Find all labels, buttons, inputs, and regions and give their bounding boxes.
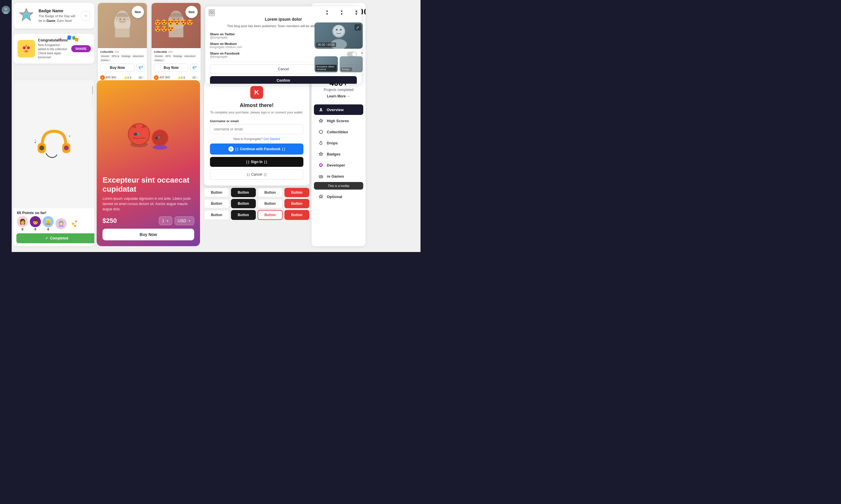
button-red-1[interactable]: Button [285, 188, 310, 197]
chevron-down-icon: ▼ [166, 219, 169, 222]
button-black-3[interactable]: Button [231, 210, 256, 220]
right-panel: 00:00:00:00 [312, 3, 366, 246]
completed-label: Completed [50, 236, 68, 240]
headphones-illustration: ♩ ♪ [34, 128, 74, 160]
svg-rect-24 [212, 13, 213, 14]
nav-item-high-scores[interactable]: High Scores [314, 115, 363, 126]
svg-point-52 [320, 108, 322, 110]
product-2-diamond-button[interactable]: 💎 [190, 64, 198, 72]
auth-logo: K [250, 86, 263, 99]
nav-item-optional[interactable]: Optional [314, 191, 363, 202]
nft-currency-selector[interactable]: USD ▼ [175, 216, 194, 225]
avatar-item-3: 👱 0 [42, 216, 54, 231]
modal-confirm-button[interactable]: Confirm [210, 76, 357, 84]
button-red-2[interactable]: Button [285, 199, 310, 208]
get-started-link[interactable]: Get Started [264, 137, 280, 141]
congrats-desc: New Kongpanion added to the collection. … [38, 43, 68, 59]
playlist-thumb-1[interactable]: Excepteur officia occaecat [314, 56, 338, 72]
svg-marker-54 [319, 130, 323, 133]
nft-purchase-area: Excepteur sint occaecat cupidatat Lorem … [97, 80, 204, 249]
modal-expand-button[interactable] [209, 9, 214, 16]
nav-item-re-games[interactable]: re Games [314, 171, 363, 181]
svg-rect-60 [321, 177, 322, 177]
congrats-mascot [18, 40, 35, 57]
product-1-diamond-button[interactable]: 💎 [136, 64, 144, 72]
nav-label-high-scores: High Scores [327, 119, 349, 123]
svg-point-8 [27, 47, 30, 49]
nav-item-collectibles[interactable]: Collectibles [314, 127, 363, 137]
congrats-card: Congratulations! New Kongpanion added to… [14, 34, 94, 64]
nav-item-badges[interactable]: Badges [314, 149, 363, 159]
svg-point-44 [155, 137, 158, 139]
svg-point-43 [152, 130, 168, 146]
nav-label-optional: Optional [327, 195, 342, 199]
svg-point-46 [153, 145, 167, 150]
tag2-shooter: Shooter [154, 55, 164, 58]
auth-modal: K Almost there! To complete your purchas… [204, 80, 309, 185]
completed-button[interactable]: ✓ Completed [16, 233, 94, 243]
button-red-3[interactable]: Button [285, 210, 310, 220]
button-red-outline-3[interactable]: Button [258, 210, 283, 220]
button-white-2[interactable]: Button [204, 199, 229, 208]
svg-point-51 [340, 29, 342, 31]
nav-item-developer[interactable]: Developer [314, 160, 363, 170]
svg-point-49 [333, 25, 344, 36]
nft-desc: Lorem ipsum vulputate dignissim in est a… [103, 196, 194, 212]
badge-desc: The Badge of the Day will be in Game. Ea… [38, 14, 78, 23]
nav-item-overview[interactable]: Overview [314, 104, 363, 115]
tag-rpg: RPG ● [111, 55, 120, 58]
timer-colon-3: : [354, 7, 359, 16]
svg-marker-53 [319, 119, 323, 122]
svg-point-14 [119, 18, 121, 20]
facebook-login-button[interactable]: f [ ] Continue with Facebook [ ] [210, 144, 304, 155]
button-black-2[interactable]: Button [231, 199, 256, 208]
tag2-rpg: RPG [165, 55, 171, 58]
button-outline-2[interactable]: Button [258, 199, 283, 208]
button-white-3[interactable]: Button [204, 210, 229, 220]
button-outline-1[interactable]: Button [258, 188, 283, 197]
svg-point-56 [320, 164, 322, 166]
button-white-1[interactable]: Button [204, 188, 229, 197]
tag2-strategy: Strategy [172, 55, 183, 58]
badge-arrow-button[interactable]: → [81, 11, 90, 20]
product-2-buy-button[interactable]: Buy Now [154, 64, 188, 72]
timer-colon-2: : [339, 7, 344, 16]
congrats-title: Congratulations! [38, 38, 68, 42]
tag-strategy: Strategy [121, 55, 131, 58]
product-1-buy-button[interactable]: Buy Now [100, 64, 135, 72]
svg-rect-13 [115, 29, 130, 37]
k-badge-2: K [154, 75, 158, 80]
signin-bracket-left: [ ] [246, 160, 249, 164]
tag-adventure: Adventure [132, 55, 144, 58]
sidebar [0, 0, 12, 252]
username-input[interactable] [210, 124, 304, 134]
bottom-left-panel: ♩ ♪ 65 Points so far! 👩 0 [14, 80, 97, 249]
overview-icon [318, 107, 324, 112]
fb-icon-bracket-left: [ ] [235, 148, 238, 151]
checkmark-icon: ✓ [45, 236, 48, 240]
signin-button[interactable]: [ ] Sign In [ ] [210, 157, 304, 167]
congrats-text: Congratulations! New Kongpanion added to… [38, 38, 68, 59]
video-expand-button[interactable]: ⤢ [355, 24, 361, 31]
learn-more-link[interactable]: Learn More → [315, 94, 362, 98]
playlist-thumb-2[interactable]: Except... [340, 56, 363, 72]
nft-quantity-selector[interactable]: 1 ▼ [159, 216, 172, 225]
nft-purchase-row: $250 1 ▼ USD ▼ [103, 216, 194, 225]
svg-point-30 [40, 147, 43, 149]
tag-defens: Defens... [100, 59, 111, 62]
avatar-item-2: 👦 0 [30, 216, 41, 231]
svg-point-32 [65, 147, 67, 149]
nft-buy-button[interactable]: Buy Now [103, 229, 194, 240]
nav-item-drops[interactable]: Drops [314, 138, 363, 148]
button-black-1[interactable]: Button [231, 188, 256, 197]
chevron-down-icon-2: ▼ [188, 219, 191, 222]
main-video-thumbnail[interactable]: 00:00 / 00:00 ⤢ [314, 22, 363, 49]
tooltip: This is a tooltip [314, 182, 363, 190]
developer-icon [318, 162, 324, 168]
share-button[interactable]: SHARE [71, 45, 91, 52]
nft-card: Excepteur sint occaecat cupidatat Lorem … [97, 80, 200, 246]
auth-cancel-button[interactable]: [ ] Cancel [ ] [210, 169, 304, 180]
svg-point-50 [336, 29, 338, 31]
badge-icon [18, 7, 35, 24]
facebook-icon: f [228, 146, 234, 152]
